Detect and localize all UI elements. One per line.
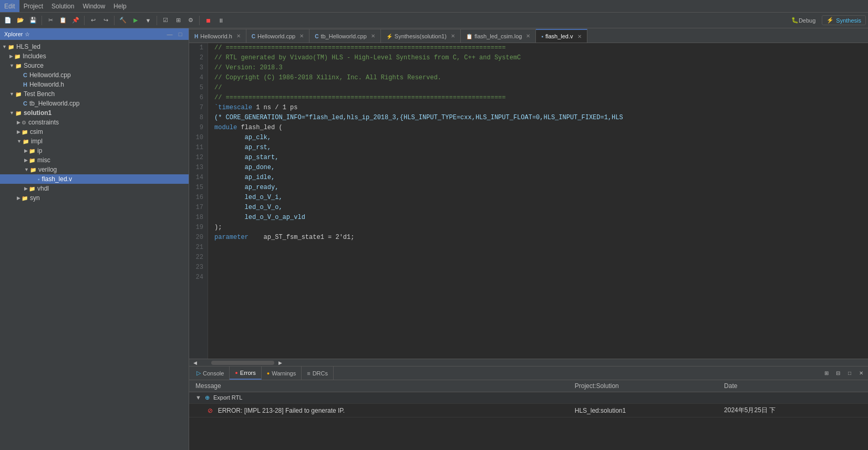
bottom-tab-console[interactable]: ▷ Console <box>191 367 230 380</box>
tab-icon-helloworld_cpp: C <box>252 33 255 39</box>
tree-label-ip: ip <box>37 147 42 154</box>
menu-window[interactable]: Window <box>78 0 109 12</box>
horizontal-scrollbar[interactable] <box>211 361 274 365</box>
sidebar-item-verilog[interactable]: ▼📁verilog <box>0 165 189 174</box>
sidebar-item-ip[interactable]: ▶📁ip <box>0 146 189 155</box>
error-group-row[interactable]: ▼ ⊕ Export RTL <box>189 392 868 404</box>
tab-close-helloworld_cpp[interactable]: ✕ <box>299 33 304 39</box>
toolbar-open[interactable]: 📂 <box>15 15 26 26</box>
tab-close-flash_led_csim_log[interactable]: ✕ <box>526 33 530 39</box>
line-num-15: 15 <box>193 183 203 193</box>
horizontal-scrollbar-area: ◀ ▶ <box>189 359 868 366</box>
errors-table: Message Project:Solution Date ▼ ⊕ Export… <box>189 380 868 417</box>
export-rtl-label: Export RTL <box>213 394 242 401</box>
sidebar-item-syn[interactable]: ▶📁syn <box>0 193 189 203</box>
tree-label-testbench: Test Bench <box>24 90 55 98</box>
sidebar-item-helloworld_h[interactable]: HHelloworld.h <box>0 80 189 89</box>
tab-tb_helloworld_cpp[interactable]: C tb_Helloworld.cpp ✕ <box>309 29 381 43</box>
line-num-21: 21 <box>193 243 203 253</box>
menu-project[interactable]: Project <box>19 0 47 12</box>
toolbar-cut[interactable]: ✂ <box>45 15 56 26</box>
error-data-row[interactable]: ⊘ ERROR: [IMPL 213-28] Failed to generat… <box>189 404 868 417</box>
tab-close-helloworld_h[interactable]: ✕ <box>236 33 241 39</box>
sidebar-item-helloworld_cpp[interactable]: CHelloworld.cpp <box>0 70 189 80</box>
bottom-panel-close[interactable]: ✕ <box>856 369 866 378</box>
scroll-left-btn[interactable]: ◀ <box>191 360 199 366</box>
sidebar-item-solution1[interactable]: ▼📁solution1 <box>0 108 189 118</box>
sidebar-title: Xplorer ☆ <box>4 31 30 38</box>
toolbar-stop[interactable]: ⏹ <box>202 15 214 26</box>
code-content[interactable]: 123456789101112131415161718192021222324 … <box>189 43 868 359</box>
synthesis-button[interactable]: ⚡ Synthesis <box>822 15 866 25</box>
toolbar-dropdown[interactable]: ▼ <box>142 15 154 26</box>
toolbar-check[interactable]: ☑ <box>160 15 171 26</box>
sidebar-item-impl[interactable]: ▼📁impl <box>0 137 189 146</box>
expand-arrow-vhdl: ▶ <box>24 186 28 191</box>
bottom-panel-btn2[interactable]: ⊟ <box>833 369 843 378</box>
sidebar-item-flash_led_v[interactable]: ▪flash_led.v <box>0 174 189 184</box>
bottom-tab-drcs[interactable]: ≡ DRCs <box>302 367 334 380</box>
console-label: Console <box>203 370 224 376</box>
line-num-12: 12 <box>193 153 203 163</box>
toolbar-settings[interactable]: ⚙ <box>185 15 197 26</box>
menu-help[interactable]: Help <box>109 0 131 12</box>
tab-icon-synthesis_solution1: ⚡ <box>386 33 392 39</box>
tree-label-includes: Includes <box>23 53 46 60</box>
tab-helloworld_cpp[interactable]: C Helloworld.cpp ✕ <box>246 29 309 43</box>
tree-label-flash_led_v: flash_led.v <box>42 175 72 183</box>
tab-label-helloworld_cpp: Helloworld.cpp <box>257 33 295 39</box>
expand-arrow-misc: ▶ <box>24 158 28 163</box>
bottom-tab-warnings[interactable]: ● Warnings <box>262 367 302 380</box>
tab-flash_led_v[interactable]: ▪ flash_led.v ✕ <box>536 29 587 43</box>
sidebar-item-includes[interactable]: ▶📁Includes <box>0 51 189 61</box>
error-message: ⊘ ERROR: [IMPL 213-28] Failed to generat… <box>189 404 569 417</box>
main-layout: Xplorer ☆ — □ ▼📁HLS_led▶📁Includes▼📁Sourc… <box>0 28 868 450</box>
toolbar-run[interactable]: ▶ <box>130 15 141 26</box>
toolbar-undo[interactable]: ↩ <box>87 15 99 26</box>
synthesis-icon: ⚡ <box>826 17 834 24</box>
sidebar-item-tb_helloworld_cpp[interactable]: Ctb_Helloworld.cpp <box>0 99 189 108</box>
line-num-10: 10 <box>193 133 203 143</box>
bottom-content[interactable]: Message Project:Solution Date ▼ ⊕ Export… <box>189 380 868 450</box>
tree-label-impl: impl <box>31 138 43 145</box>
sidebar-item-csim[interactable]: ▶📁csim <box>0 127 189 137</box>
sidebar-item-constraints[interactable]: ▶⚙constraints <box>0 118 189 127</box>
drcs-icon: ≡ <box>307 370 310 376</box>
toolbar-new[interactable]: 📄 <box>2 15 14 26</box>
bottom-panel-btn3[interactable]: □ <box>845 369 854 378</box>
menu-edit[interactable]: Edit <box>0 0 19 12</box>
sidebar-item-vhdl[interactable]: ▶📁vhdl <box>0 184 189 193</box>
sidebar-item-testbench[interactable]: ▼📁Test Bench <box>0 89 189 99</box>
toolbar-save[interactable]: 💾 <box>27 15 39 26</box>
sidebar-minimize[interactable]: □ <box>176 30 184 38</box>
debug-button[interactable]: 🐛 Debug <box>787 15 820 26</box>
sidebar-item-source[interactable]: ▼📁Source <box>0 61 189 70</box>
toolbar-redo[interactable]: ↪ <box>100 15 111 26</box>
sidebar-item-hls_led[interactable]: ▼📁HLS_led <box>0 42 189 51</box>
warnings-label: Warnings <box>272 370 296 376</box>
tree-label-syn: syn <box>30 194 40 202</box>
code-text[interactable]: // =====================================… <box>208 43 868 359</box>
tab-close-flash_led_v[interactable]: ✕ <box>577 34 582 39</box>
tab-close-tb_helloworld_cpp[interactable]: ✕ <box>371 33 375 39</box>
line-num-13: 13 <box>193 163 203 173</box>
toolbar: 📄 📂 💾 ✂ 📋 📌 ↩ ↪ 🔨 ▶ ▼ ☑ ⊞ ⚙ ⏹ ⏸ 🐛 Debug … <box>0 13 868 28</box>
tab-bar: H Helloworld.h ✕ C Helloworld.cpp ✕ C tb… <box>189 28 868 43</box>
toolbar-build[interactable]: 🔨 <box>117 15 129 26</box>
menu-solution[interactable]: Solution <box>47 0 78 12</box>
toolbar-copy[interactable]: 📋 <box>57 15 69 26</box>
bottom-tab-errors[interactable]: ● Errors <box>230 367 261 380</box>
bottom-panel-btn1[interactable]: ⊞ <box>822 369 831 378</box>
sidebar-item-misc[interactable]: ▶📁misc <box>0 155 189 165</box>
toolbar-paste[interactable]: 📌 <box>70 15 81 26</box>
tab-close-synthesis_solution1[interactable]: ✕ <box>451 33 455 39</box>
tab-synthesis_solution1[interactable]: ⚡ Synthesis(solution1) ✕ <box>381 29 461 43</box>
toolbar-grid[interactable]: ⊞ <box>172 15 184 26</box>
toolbar-pause[interactable]: ⏸ <box>215 15 226 26</box>
line-num-8: 8 <box>193 113 203 123</box>
tab-helloworld_h[interactable]: H Helloworld.h ✕ <box>189 29 246 43</box>
sidebar-collapse[interactable]: — <box>166 30 174 38</box>
tab-flash_led_csim_log[interactable]: 📋 flash_led_csim.log ✕ <box>461 29 536 43</box>
tree-label-solution1: solution1 <box>24 109 51 117</box>
scroll-right-btn[interactable]: ▶ <box>276 360 284 366</box>
